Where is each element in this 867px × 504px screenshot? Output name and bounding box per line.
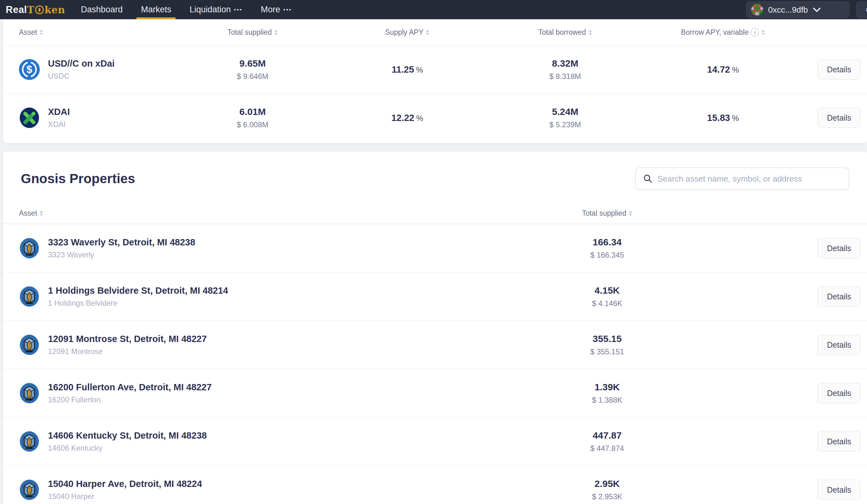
property-symbol: 1 Holdings Belvidere bbox=[48, 299, 228, 308]
total-supplied-cell: 355.15 $ 355.151 bbox=[500, 333, 715, 356]
wallet-avatar bbox=[751, 4, 763, 16]
nav-item-markets[interactable]: Markets bbox=[141, 0, 171, 19]
borrow-apy-cell: 15.83 % bbox=[644, 113, 802, 123]
realtoken-property-icon bbox=[19, 383, 40, 404]
percent-sign: % bbox=[732, 65, 739, 75]
property-row[interactable]: 1 Holdings Belvidere St, Detroit, MI 482… bbox=[3, 272, 867, 321]
chevron-down-icon bbox=[813, 8, 821, 12]
sort-icon bbox=[40, 30, 43, 35]
details-button[interactable]: Details bbox=[817, 480, 861, 500]
details-button[interactable]: Details bbox=[817, 335, 861, 355]
nav-item-dashboard-label: Dashboard bbox=[81, 5, 122, 14]
property-symbol: 3323 Waverly bbox=[48, 250, 195, 259]
supply-apy-cell: 11.25 % bbox=[328, 64, 486, 75]
col-header-total-supplied[interactable]: Total supplied bbox=[500, 209, 715, 217]
property-row[interactable]: 15040 Harper Ave, Detroit, MI 48224 1504… bbox=[3, 465, 867, 504]
details-button[interactable]: Details bbox=[817, 108, 861, 128]
details-button[interactable]: Details bbox=[817, 431, 861, 452]
gear-icon: ⚙ bbox=[865, 4, 867, 15]
realtoken-property-icon bbox=[19, 238, 40, 259]
search-input[interactable] bbox=[635, 167, 849, 190]
sort-icon bbox=[588, 30, 592, 35]
supply-apy-cell: 12.22 % bbox=[328, 113, 486, 123]
sort-icon bbox=[761, 30, 765, 35]
col-header-total-supplied[interactable]: Total supplied bbox=[177, 28, 328, 36]
percent-sign: % bbox=[416, 114, 423, 123]
sort-icon bbox=[274, 30, 278, 35]
property-symbol: 12091 Montrose bbox=[48, 347, 207, 356]
coin-icon bbox=[35, 5, 44, 14]
settings-button[interactable]: ⚙ bbox=[856, 2, 867, 18]
nav-links: Dashboard Markets Liquidation ••• More •… bbox=[81, 0, 292, 19]
percent-sign: % bbox=[416, 65, 423, 75]
xdai-icon bbox=[19, 107, 40, 128]
property-row[interactable]: 3323 Waverly St, Detroit, MI 48238 3323 … bbox=[3, 224, 867, 272]
sort-icon bbox=[426, 30, 429, 35]
property-symbol: 16200 Fullerton bbox=[48, 395, 212, 404]
top-nav: RealTken Dashboard Markets Liquidation •… bbox=[0, 0, 867, 19]
percent-sign: % bbox=[732, 114, 739, 123]
search-box bbox=[635, 167, 849, 190]
property-address: 15040 Harper Ave, Detroit, MI 48224 bbox=[48, 479, 202, 489]
asset-symbol: XDAI bbox=[48, 120, 70, 129]
details-button[interactable]: Details bbox=[817, 238, 861, 258]
markets-table-card: Asset Total supplied Supply APY Total bo… bbox=[3, 19, 867, 143]
property-row[interactable]: 16200 Fullerton Ave, Detroit, MI 48227 1… bbox=[3, 369, 867, 417]
info-icon[interactable]: i bbox=[751, 28, 759, 36]
realtoken-logo[interactable]: RealTken bbox=[6, 4, 65, 15]
property-address: 3323 Waverly St, Detroit, MI 48238 bbox=[48, 237, 195, 248]
nav-item-dashboard[interactable]: Dashboard bbox=[81, 0, 122, 19]
realtoken-property-icon bbox=[19, 334, 40, 355]
property-row[interactable]: 12091 Montrose St, Detroit, MI 48227 120… bbox=[3, 321, 867, 369]
markets-table-header: Asset Total supplied Supply APY Total bo… bbox=[3, 19, 867, 45]
nav-item-liquidation[interactable]: Liquidation ••• bbox=[190, 0, 242, 19]
asset-symbol: USDC bbox=[48, 72, 115, 81]
details-button[interactable]: Details bbox=[817, 60, 861, 79]
gnosis-properties-card: Gnosis Properties Asset Total supplied 3… bbox=[3, 152, 867, 504]
ellipsis-badge-icon: ••• bbox=[283, 7, 292, 13]
asset-name: USD//C on xDai bbox=[48, 58, 115, 69]
borrow-apy-cell: 14.72 % bbox=[644, 64, 802, 75]
sort-icon bbox=[629, 211, 632, 216]
ellipsis-badge-icon: ••• bbox=[234, 7, 243, 13]
total-supplied-cell: 6.01M $ 6.008M bbox=[177, 106, 328, 129]
total-supplied-cell: 447.87 $ 447.874 bbox=[500, 430, 715, 453]
col-header-asset[interactable]: Asset bbox=[19, 28, 177, 36]
market-row-usdc[interactable]: $ USD//C on xDai USDC 9.65M $ 9.646M 11.… bbox=[3, 45, 867, 94]
properties-table-header: Asset Total supplied bbox=[3, 203, 867, 224]
usdc-icon: $ bbox=[19, 59, 40, 80]
total-supplied-cell: 9.65M $ 9.646M bbox=[177, 58, 328, 81]
total-borrowed-cell: 8.32M $ 8.318M bbox=[486, 58, 644, 81]
realtoken-property-icon bbox=[19, 479, 40, 500]
section-title: Gnosis Properties bbox=[21, 171, 135, 186]
property-address: 12091 Montrose St, Detroit, MI 48227 bbox=[48, 334, 207, 344]
svg-text:$: $ bbox=[26, 64, 32, 75]
property-address: 14606 Kentucky St, Detroit, MI 48238 bbox=[48, 430, 207, 441]
property-symbol: 15040 Harper bbox=[48, 492, 202, 501]
asset-name: XDAI bbox=[48, 107, 70, 117]
logo-text-ken: ken bbox=[44, 4, 65, 15]
nav-item-more[interactable]: More ••• bbox=[261, 0, 292, 19]
property-row[interactable]: 14606 Kentucky St, Detroit, MI 48238 146… bbox=[3, 417, 867, 465]
total-supplied-cell: 2.95K $ 2.953K bbox=[500, 479, 715, 501]
nav-item-more-label: More bbox=[261, 5, 280, 14]
total-supplied-cell: 1.39K $ 1.388K bbox=[500, 382, 715, 405]
details-button[interactable]: Details bbox=[817, 287, 861, 307]
sort-icon bbox=[40, 211, 43, 216]
col-header-asset[interactable]: Asset bbox=[19, 209, 500, 217]
total-supplied-cell: 4.15K $ 4.146K bbox=[500, 285, 715, 308]
details-button[interactable]: Details bbox=[817, 383, 861, 403]
realtoken-property-icon bbox=[19, 431, 40, 452]
logo-text-t: T bbox=[27, 4, 34, 15]
wallet-button[interactable]: 0xcc...9dfb bbox=[746, 2, 849, 18]
property-address: 1 Holdings Belvidere St, Detroit, MI 482… bbox=[48, 286, 228, 296]
col-header-supply-apy[interactable]: Supply APY bbox=[328, 28, 486, 36]
logo-text-real: Real bbox=[6, 4, 27, 15]
total-borrowed-cell: 5.24M $ 5.239M bbox=[486, 106, 644, 129]
col-header-borrow-apy[interactable]: Borrow APY, variable i bbox=[644, 28, 802, 36]
wallet-address: 0xcc...9dfb bbox=[768, 5, 808, 15]
col-header-total-borrowed[interactable]: Total borrowed bbox=[486, 28, 644, 36]
nav-item-markets-label: Markets bbox=[141, 5, 171, 14]
realtoken-property-icon bbox=[19, 286, 40, 307]
market-row-xdai[interactable]: XDAI XDAI 6.01M $ 6.008M 12.22 % 5.24M $… bbox=[3, 94, 867, 142]
